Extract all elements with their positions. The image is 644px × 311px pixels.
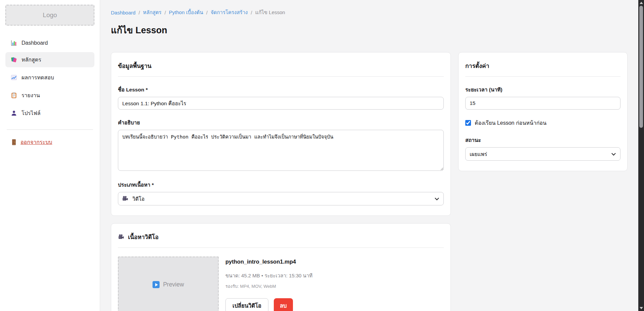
logout-label: ออกจากระบบ bbox=[20, 138, 52, 146]
video-card-title-text: เนื้อหาวิดีโอ bbox=[128, 232, 159, 242]
settings-title: การตั้งค่า bbox=[465, 61, 620, 71]
play-icon bbox=[153, 281, 160, 288]
logo-placeholder: Logo bbox=[5, 5, 94, 26]
duration-label: ระยะเวลา (นาที) bbox=[465, 85, 620, 94]
video-file-info: python_intro_lesson1.mp4 ขนาด: 45.2 MB •… bbox=[225, 257, 312, 311]
video-filename: python_intro_lesson1.mp4 bbox=[225, 259, 312, 265]
card-divider bbox=[465, 76, 620, 77]
sidebar-item-profile[interactable]: โปรไฟล์ bbox=[5, 106, 94, 121]
books-icon bbox=[11, 56, 17, 63]
scrollbar-thumb[interactable] bbox=[639, 6, 643, 128]
prerequisite-row: ต้องเรียน Lesson ก่อนหน้าก่อน bbox=[465, 119, 620, 127]
person-icon bbox=[11, 110, 17, 116]
sidebar-item-reports[interactable]: รายงาน bbox=[5, 88, 94, 103]
basic-info-title: ข้อมูลพื้นฐาน bbox=[118, 61, 444, 71]
sidebar-item-label: Dashboard bbox=[22, 40, 48, 46]
status-label: สถานะ bbox=[465, 136, 620, 144]
content-grid: ข้อมูลพื้นฐาน ชื่อ Lesson * คำอธิบาย บทเ… bbox=[111, 52, 628, 311]
sidebar-item-label: โปรไฟล์ bbox=[22, 109, 41, 117]
settings-card: การตั้งค่า ระยะเวลา (นาที) ต้องเรียน Les… bbox=[458, 52, 628, 171]
breadcrumb-link-dashboard[interactable]: Dashboard bbox=[111, 10, 135, 15]
breadcrumb-separator: / bbox=[165, 10, 166, 15]
sidebar-divider bbox=[7, 129, 93, 130]
bar-chart-icon bbox=[11, 40, 17, 46]
scrollbar-up-arrow-icon[interactable] bbox=[640, 2, 643, 4]
card-divider bbox=[118, 247, 444, 248]
page-scrollbar[interactable] bbox=[638, 0, 644, 311]
card-divider bbox=[118, 76, 444, 77]
lesson-name-label: ชื่อ Lesson * bbox=[118, 85, 444, 94]
description-textarea[interactable]: บทเรียนนี้จะอธิบายว่า Python คืออะไร ประ… bbox=[118, 130, 444, 171]
video-card-title: เนื้อหาวิดีโอ bbox=[118, 232, 444, 242]
video-actions: เปลี่ยนวิดีโอ ลบ bbox=[225, 298, 312, 311]
video-meta: ขนาด: 45.2 MB • ระยะเวลา: 15:30 นาที bbox=[225, 272, 312, 280]
status-select-wrap: เผยแพร่ bbox=[465, 147, 620, 161]
content-type-select[interactable]: วิดีโอ bbox=[118, 192, 444, 205]
page-title: แก้ไข Lesson bbox=[111, 23, 628, 37]
sidebar-item-label: รายงาน bbox=[22, 91, 40, 100]
chart-up-icon bbox=[11, 74, 17, 81]
prerequisite-label: ต้องเรียน Lesson ก่อนหน้าก่อน bbox=[475, 119, 547, 127]
video-preview-placeholder[interactable]: Preview bbox=[118, 257, 219, 311]
breadcrumb-separator: / bbox=[206, 10, 208, 15]
status-select[interactable]: เผยแพร่ bbox=[465, 147, 620, 161]
sidebar-item-dashboard[interactable]: Dashboard bbox=[5, 36, 94, 49]
description-label: คำอธิบาย bbox=[118, 118, 444, 127]
sidebar-nav: Dashboard หลักสูตร ผลการทดสอบ bbox=[5, 36, 94, 121]
logo-text: Logo bbox=[43, 11, 57, 19]
sidebar-item-test-results[interactable]: ผลการทดสอบ bbox=[5, 70, 94, 85]
video-content-card: เนื้อหาวิดีโอ Preview python_intro_lesso… bbox=[111, 223, 451, 311]
breadcrumb-link-structure[interactable]: จัดการโครงสร้าง bbox=[211, 8, 248, 16]
sidebar: Logo Dashboard หลักสูตร bbox=[0, 0, 100, 311]
sidebar-item-label: ผลการทดสอบ bbox=[22, 73, 54, 82]
door-icon bbox=[11, 139, 17, 145]
prerequisite-checkbox[interactable] bbox=[465, 120, 471, 126]
content-type-select-wrap: วิดีโอ bbox=[118, 192, 444, 205]
main-content: Dashboard / หลักสูตร / Python เบื้องต้น … bbox=[100, 0, 638, 311]
content-type-label: ประเภทเนื้อหา * bbox=[118, 181, 444, 189]
clipboard-icon bbox=[11, 92, 17, 99]
delete-video-button[interactable]: ลบ bbox=[274, 298, 293, 311]
breadcrumb-link-course-python[interactable]: Python เบื้องต้น bbox=[169, 8, 203, 16]
video-formats: รองรับ: MP4, MOV, WebM bbox=[225, 283, 312, 290]
scrollbar-down-arrow-icon[interactable] bbox=[640, 307, 643, 309]
breadcrumb-separator: / bbox=[251, 10, 252, 15]
movie-camera-icon bbox=[118, 234, 125, 240]
lesson-name-input[interactable] bbox=[118, 97, 444, 110]
sidebar-item-courses[interactable]: หลักสูตร bbox=[5, 52, 94, 67]
basic-info-card: ข้อมูลพื้นฐาน ชื่อ Lesson * คำอธิบาย บทเ… bbox=[111, 52, 451, 216]
duration-input[interactable] bbox=[465, 97, 620, 110]
video-body: Preview python_intro_lesson1.mp4 ขนาด: 4… bbox=[118, 257, 444, 311]
breadcrumb-link-courses[interactable]: หลักสูตร bbox=[143, 8, 162, 16]
breadcrumb: Dashboard / หลักสูตร / Python เบื้องต้น … bbox=[111, 8, 628, 16]
breadcrumb-current: แก้ไข Lesson bbox=[255, 8, 285, 16]
preview-label: Preview bbox=[163, 281, 184, 288]
change-video-button[interactable]: เปลี่ยนวิดีโอ bbox=[225, 298, 268, 311]
logout-link[interactable]: ออกจากระบบ bbox=[11, 138, 52, 146]
sidebar-item-label: หลักสูตร bbox=[22, 55, 41, 64]
breadcrumb-separator: / bbox=[138, 10, 140, 15]
